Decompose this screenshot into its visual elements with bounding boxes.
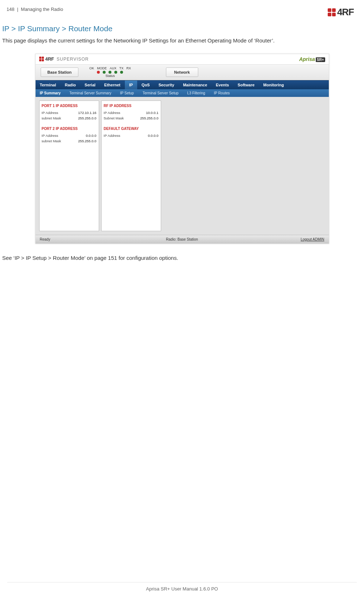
logout-link[interactable]: Logout ADMIN <box>230 237 324 241</box>
menu-monitoring[interactable]: Monitoring <box>259 81 288 89</box>
row-value: 0.0.0.0 <box>86 134 96 138</box>
base-station-button[interactable]: Base Station <box>41 68 79 77</box>
panel-left: PORT 1 IP ADDRESS IP Address 172.10.1.16… <box>39 101 99 231</box>
section-title: PORT 2 IP ADDRESS <box>42 127 97 131</box>
footer-text: Aprisa SR+ User Manual 1.6.0 PO <box>146 586 218 592</box>
submenu-terminal-server-summary[interactable]: Terminal Server Summary <box>65 89 116 97</box>
status-group: OK MODE AUX TX RX Status <box>89 66 131 78</box>
menu-maintenance[interactable]: Maintenance <box>179 81 212 89</box>
table-row: IP Address 0.0.0.0 <box>42 133 97 138</box>
menu-software[interactable]: Software <box>233 81 259 89</box>
page-section: Managing the Radio <box>21 7 63 12</box>
embedded-screenshot: 4RF SUPERVISOR AprisaSR+ Base Station OK… <box>35 54 329 244</box>
section-title: PORT 1 IP ADDRESS <box>42 104 97 108</box>
status-label: OK <box>89 66 94 70</box>
shot-logo-dots-icon <box>39 57 44 61</box>
shot-menubar: Terminal Radio Serial Ethernet IP QoS Se… <box>36 80 329 89</box>
shot-aprisa-text: Aprisa <box>299 56 315 62</box>
shot-brand-product: SUPERVISOR <box>57 57 89 62</box>
section-title: RF IP ADDRESS <box>104 104 159 108</box>
section-port2-ip: PORT 2 IP ADDRESS IP Address 0.0.0.0 sub… <box>42 127 97 144</box>
logo-4rf: 4RF <box>328 7 354 18</box>
row-label: subnet Mask <box>42 139 61 143</box>
page-number-title: 148 | Managing the Radio <box>7 7 63 12</box>
section-rf-ip: RF IP ADDRESS IP Address 10.0.0.1 Subnet… <box>104 104 159 121</box>
page-header: 148 | Managing the Radio 4RF <box>0 0 364 19</box>
row-value: 255.255.0.0 <box>78 116 96 120</box>
status-label: MODE <box>97 66 107 70</box>
shot-logo: 4RF SUPERVISOR <box>39 56 89 62</box>
row-value: 172.10.1.16 <box>78 111 96 115</box>
menu-ip[interactable]: IP <box>125 81 137 89</box>
led-icon <box>97 71 100 74</box>
shot-aprisa-badge: SR+ <box>316 57 325 62</box>
row-value: 255.255.0.0 <box>140 116 158 120</box>
menu-events[interactable]: Events <box>212 81 233 89</box>
shot-graybar: Base Station OK MODE AUX TX RX Status <box>36 64 329 80</box>
submenu-ip-routes[interactable]: IP Routes <box>209 89 234 97</box>
row-value: 10.0.0.1 <box>146 111 158 115</box>
status-ready: Ready <box>40 237 134 241</box>
row-label: IP Address <box>42 134 58 138</box>
shot-content: PORT 1 IP ADDRESS IP Address 172.10.1.16… <box>36 97 329 235</box>
section-default-gateway: DEFAULT GATEWAY IP Address 0.0.0.0 <box>104 127 159 138</box>
menu-ethernet[interactable]: Ethernet <box>100 81 125 89</box>
row-value: 0.0.0.0 <box>148 134 158 138</box>
panel-right: RF IP ADDRESS IP Address 10.0.0.1 Subnet… <box>101 101 161 231</box>
row-label: IP Address <box>104 134 120 138</box>
table-row: IP Address 172.10.1.16 <box>42 110 97 115</box>
status-label: RX <box>126 66 131 70</box>
post-text: See ‘IP > IP Setup > Router Mode’ on pag… <box>0 255 364 261</box>
table-row: Subnet Mask 255.255.0.0 <box>104 115 159 121</box>
submenu-terminal-server-setup[interactable]: Terminal Server Setup <box>138 89 183 97</box>
table-row: subnet Mask 255.255.0.0 <box>42 115 97 121</box>
submenu-ip-setup[interactable]: IP Setup <box>116 89 138 97</box>
status-labels: OK MODE AUX TX RX <box>89 66 131 70</box>
led-icon <box>109 71 111 74</box>
shot-topbar: 4RF SUPERVISOR AprisaSR+ <box>36 54 329 64</box>
led-icon <box>103 71 106 74</box>
row-label: IP Address <box>42 111 58 115</box>
table-row: IP Address 10.0.0.1 <box>104 110 159 115</box>
logo-text: 4RF <box>337 7 354 18</box>
shot-footerbar: Ready Radio: Base Station Logout ADMIN <box>36 235 329 244</box>
breadcrumb: IP > IP Summary > Router Mode <box>0 19 364 35</box>
page-number: 148 <box>7 7 15 12</box>
shot-submenubar: IP Summary Terminal Server Summary IP Se… <box>36 89 329 97</box>
menu-terminal[interactable]: Terminal <box>36 81 61 89</box>
menu-security[interactable]: Security <box>154 81 179 89</box>
section-title: DEFAULT GATEWAY <box>104 127 159 131</box>
status-leds <box>89 71 131 74</box>
menu-serial[interactable]: Serial <box>80 81 100 89</box>
submenu-ip-summary[interactable]: IP Summary <box>36 89 65 97</box>
shot-brand: 4RF <box>45 56 54 62</box>
menu-radio[interactable]: Radio <box>61 81 81 89</box>
led-icon <box>120 71 123 74</box>
row-label: IP Address <box>104 111 120 115</box>
shot-aprisa-logo: AprisaSR+ <box>299 56 325 62</box>
table-row: IP Address 0.0.0.0 <box>104 133 159 138</box>
status-text: Status <box>89 74 131 78</box>
logo-dots-icon <box>328 8 336 16</box>
page-footer: Aprisa SR+ User Manual 1.6.0 PO <box>0 582 364 592</box>
status-label: AUX <box>110 66 116 70</box>
row-label: subnet Mask <box>42 116 61 120</box>
submenu-l3-filtering[interactable]: L3 Filtering <box>183 89 209 97</box>
row-label: Subnet Mask <box>104 116 124 120</box>
status-label: TX <box>119 66 124 70</box>
status-radio: Radio: Base Station <box>134 237 230 241</box>
screenshot-wrapper: 4RF SUPERVISOR AprisaSR+ Base Station OK… <box>0 54 364 255</box>
menu-qos[interactable]: QoS <box>137 81 154 89</box>
page-description: This page displays the current settings … <box>0 35 364 54</box>
led-icon <box>114 71 117 74</box>
section-port1-ip: PORT 1 IP ADDRESS IP Address 172.10.1.16… <box>42 104 97 121</box>
page-sep: | <box>17 7 18 12</box>
row-value: 255.255.0.0 <box>78 139 96 143</box>
table-row: subnet Mask 255.255.0.0 <box>42 138 97 144</box>
network-button[interactable]: Network <box>166 68 198 77</box>
